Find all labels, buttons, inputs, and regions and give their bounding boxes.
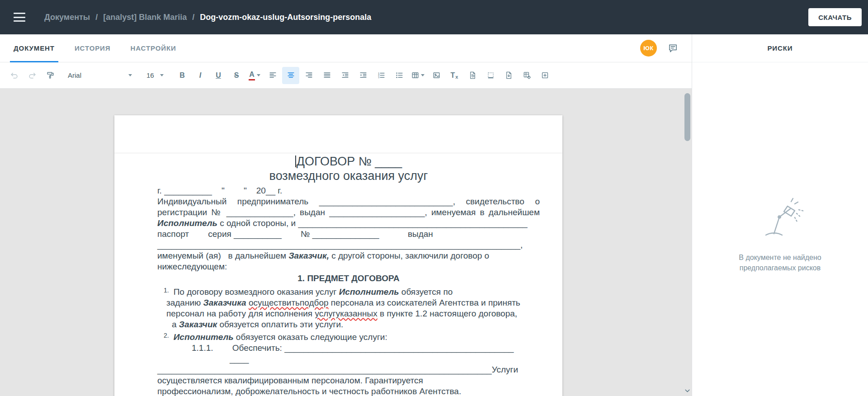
undo-button[interactable] xyxy=(5,67,23,84)
redo-button[interactable] xyxy=(24,67,41,84)
doc-paragraph[interactable]: нижеследующем: xyxy=(157,261,540,272)
align-left-button[interactable] xyxy=(264,67,281,84)
clear-formatting-button[interactable]: Tx xyxy=(446,67,463,84)
download-button[interactable]: СКАЧАТЬ xyxy=(808,8,862,26)
breadcrumb-item: Dog-vozm-okaz-uslug-Autsorsing-personala xyxy=(200,13,371,22)
border-box-button[interactable] xyxy=(482,67,499,84)
svg-text:3: 3 xyxy=(377,76,379,79)
document-page[interactable]: ДОГОВОР № ____возмездного оказания услуг… xyxy=(114,115,562,396)
tab-bar-tabs: ДОКУМЕНТИСТОРИЯНАСТРОЙКИ xyxy=(10,34,193,62)
format-painter-button[interactable] xyxy=(42,67,59,84)
doc-paragraph[interactable]: персонал на работу для исполнения услугу… xyxy=(157,308,540,319)
doc-paragraph[interactable]: Индивидуальный предприниматель _________… xyxy=(157,196,540,229)
doc-paragraph[interactable]: ________________________________________… xyxy=(157,364,540,375)
underline-button[interactable]: U xyxy=(210,67,227,84)
doc-paragraph[interactable]: ____ xyxy=(157,354,540,364)
scrollbar[interactable] xyxy=(684,91,690,384)
add-block-button[interactable] xyxy=(536,67,553,84)
doc-paragraph[interactable]: возмездного оказания услуг xyxy=(157,169,540,183)
document-refresh-icon xyxy=(468,71,477,80)
font-family-select[interactable]: Arial xyxy=(63,67,137,84)
strikethrough-button[interactable]: S xyxy=(228,67,245,84)
bullet-list-button[interactable] xyxy=(391,67,408,84)
strikethrough-icon: S xyxy=(234,71,239,80)
document-content: ДОГОВОР № ____возмездного оказания услуг… xyxy=(157,154,540,396)
editor-canvas: ДОГОВОР № ____возмездного оказания услуг… xyxy=(0,89,692,396)
doc-paragraph[interactable]: г. __________ " " 20__ г. xyxy=(157,185,540,196)
user-badge[interactable]: ЮК xyxy=(640,40,657,57)
bold-button[interactable]: B xyxy=(174,67,191,84)
align-justify-button[interactable] xyxy=(318,67,335,84)
align-justify-icon xyxy=(323,71,331,80)
table-icon xyxy=(411,71,420,80)
document-export-icon xyxy=(505,71,513,80)
comments-button[interactable] xyxy=(668,43,678,53)
breadcrumb-separator: / xyxy=(95,13,98,22)
underline-icon: U xyxy=(216,71,221,80)
chevron-down-icon xyxy=(421,74,425,76)
doc-paragraph[interactable]: 1. ПРЕДМЕТ ДОГОВОРА xyxy=(157,273,540,284)
undo-icon xyxy=(10,71,19,80)
scroll-down-button[interactable] xyxy=(684,387,691,395)
doc-paragraph[interactable]: профессионализм, доброжелательность и че… xyxy=(157,386,540,396)
italic-button[interactable]: I xyxy=(192,67,209,84)
chevron-down-icon xyxy=(684,387,691,395)
doc-paragraph[interactable]: 1.1.1. Обеспечить: _____________________… xyxy=(157,343,540,354)
breadcrumb-item[interactable]: Документы xyxy=(44,13,90,22)
doc-paragraph[interactable]: 2.Исполнитель обязуется оказать следующи… xyxy=(157,330,540,343)
risks-panel-title: РИСКИ xyxy=(692,34,868,62)
tab-settings[interactable]: НАСТРОЙКИ xyxy=(127,34,180,62)
export-document-button[interactable] xyxy=(500,67,517,84)
breadcrumb: Документы/[analyst] Blank Mariia/Dog-voz… xyxy=(44,13,371,22)
list-number: 1. xyxy=(164,287,169,294)
bullet-list-icon xyxy=(395,71,404,80)
outdent-icon xyxy=(341,71,349,80)
doc-paragraph[interactable]: паспорт серия __________ № _____________… xyxy=(157,229,540,240)
tab-document[interactable]: ДОКУМЕНТ xyxy=(10,34,58,62)
text-color-icon: A xyxy=(249,71,255,80)
border-box-icon xyxy=(486,71,495,80)
insert-image-button[interactable] xyxy=(428,67,445,84)
chevron-down-icon xyxy=(160,74,164,76)
chevron-down-icon xyxy=(257,74,260,76)
align-right-button[interactable] xyxy=(300,67,317,84)
text-color-button[interactable]: A xyxy=(246,67,263,84)
doc-paragraph[interactable]: именуемый (ая) в дальнейшем Заказчик, с … xyxy=(157,250,540,261)
indent-button[interactable] xyxy=(354,67,372,84)
risks-empty-message: В документе не найдено предполагаемых ри… xyxy=(739,252,821,273)
editor-toolbar: Arial 16 B I U S A xyxy=(0,62,692,89)
font-size-value: 16 xyxy=(146,71,154,79)
scrollbar-thumb[interactable] xyxy=(684,93,690,141)
numbered-list-button[interactable]: 123 xyxy=(373,67,390,84)
align-right-icon xyxy=(305,71,313,80)
breadcrumb-item[interactable]: [analyst] Blank Mariia xyxy=(103,13,187,22)
align-center-button[interactable] xyxy=(282,67,299,84)
italic-icon: I xyxy=(199,71,201,80)
breadcrumb-separator: / xyxy=(192,13,194,22)
add-block-icon xyxy=(541,71,549,80)
clear-formatting-icon: Tx xyxy=(451,71,458,80)
outdent-button[interactable] xyxy=(336,67,354,84)
doc-paragraph[interactable]: ________________________________________… xyxy=(157,240,540,250)
redo-icon xyxy=(28,71,37,80)
top-bar: Документы/[analyst] Blank Mariia/Dog-voz… xyxy=(0,0,868,34)
tab-history[interactable]: ИСТОРИЯ xyxy=(71,34,114,62)
doc-paragraph[interactable]: заданию Заказчика осуществитьподбор перс… xyxy=(157,297,540,308)
list-number: 2. xyxy=(164,332,169,339)
numbered-list-icon: 123 xyxy=(377,71,386,80)
doc-paragraph[interactable]: 1.По договору возмездного оказания услуг… xyxy=(157,285,540,297)
insert-table-button[interactable] xyxy=(409,67,427,84)
text-cursor xyxy=(295,156,296,167)
doc-paragraph[interactable]: а Заказчик обязуется оплатить эти услуги… xyxy=(157,319,540,330)
document-refresh-button[interactable] xyxy=(464,67,481,84)
doc-paragraph[interactable]: осуществляется квалифицированным персона… xyxy=(157,375,540,386)
doc-paragraph[interactable]: ДОГОВОР № ____ xyxy=(157,154,540,169)
tab-bar: ДОКУМЕНТИСТОРИЯНАСТРОЙКИ ЮК xyxy=(0,34,692,62)
font-size-select[interactable]: 16 xyxy=(142,67,168,84)
indent-icon xyxy=(359,71,368,80)
menu-icon[interactable] xyxy=(14,13,25,22)
table-settings-button[interactable] xyxy=(518,67,535,84)
align-center-icon xyxy=(287,71,295,80)
chevron-down-icon xyxy=(128,74,132,76)
format-painter-icon xyxy=(46,71,55,80)
